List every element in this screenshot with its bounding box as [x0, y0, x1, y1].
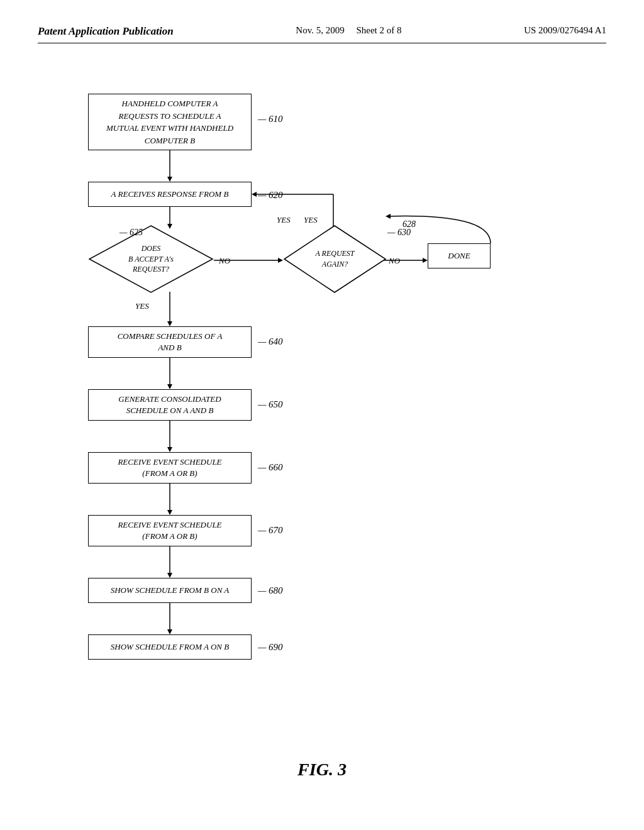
- label-625: — 625: [119, 228, 143, 238]
- label-650: — 650: [258, 399, 283, 410]
- svg-marker-16: [167, 447, 172, 452]
- label-610: — 610: [258, 114, 283, 124]
- arrows-svg: [38, 69, 606, 666]
- diamond-630-text: A REQUESTAGAIN?: [315, 248, 354, 270]
- svg-marker-20: [167, 573, 172, 578]
- header-publication-title: Patent Application Publication: [38, 25, 174, 38]
- label-660: — 660: [258, 462, 283, 473]
- header-date: Nov. 5, 2009: [296, 25, 344, 35]
- box-610-text: HANDHELD COMPUTER AREQUESTS TO SCHEDULE …: [106, 97, 233, 147]
- box-680: SHOW SCHEDULE FROM B ON A: [88, 578, 252, 603]
- label-yes-620: YES: [277, 215, 291, 225]
- box-660-text: RECEIVE EVENT SCHEDULE(FROM A OR B): [118, 456, 221, 479]
- box-640-text: COMPARE SCHEDULES OF AAND B: [118, 331, 223, 353]
- box-628: DONE: [428, 243, 491, 268]
- box-670-text: RECEIVE EVENT SCHEDULE(FROM A OR B): [118, 519, 221, 542]
- box-650-text: GENERATE CONSOLIDATEDSCHEDULE ON A AND B: [118, 394, 221, 416]
- header-date-sheet: Nov. 5, 2009 Sheet 2 of 8: [296, 25, 401, 36]
- svg-marker-7: [278, 258, 283, 263]
- header-patent-number: US 2009/0276494 A1: [524, 25, 606, 36]
- box-680-text: SHOW SCHEDULE FROM B ON A: [111, 585, 230, 596]
- box-620-text: A RECEIVES RESPONSE FROM B: [111, 189, 229, 200]
- label-no-630: NO: [389, 256, 400, 266]
- svg-marker-1: [167, 177, 172, 182]
- svg-marker-5: [167, 321, 172, 326]
- label-628: 628: [402, 219, 416, 230]
- header-sheet: Sheet 2 of 8: [356, 25, 401, 35]
- diamond-625-text: DOESB ACCEPT A'sREQUEST?: [128, 243, 174, 275]
- header: Patent Application Publication Nov. 5, 2…: [38, 25, 606, 43]
- label-no-625: NO: [219, 256, 230, 266]
- page: Patent Application Publication Nov. 5, 2…: [0, 0, 644, 830]
- svg-marker-18: [167, 510, 172, 515]
- box-690-text: SHOW SCHEDULE FROM A ON B: [111, 641, 229, 653]
- diamond-630: A REQUESTAGAIN?: [283, 224, 387, 294]
- label-yes-630: YES: [304, 215, 318, 225]
- label-640: — 640: [258, 336, 283, 347]
- box-690: SHOW SCHEDULE FROM A ON B: [88, 634, 252, 660]
- figure-label: FIG. 3: [0, 760, 644, 780]
- box-620: A RECEIVES RESPONSE FROM B: [88, 182, 252, 207]
- diagram-area: HANDHELD COMPUTER AREQUESTS TO SCHEDULE …: [38, 69, 606, 666]
- arc-628-svg: [38, 69, 606, 666]
- box-650: GENERATE CONSOLIDATEDSCHEDULE ON A AND B: [88, 389, 252, 421]
- svg-marker-22: [167, 629, 172, 634]
- label-670: — 670: [258, 525, 283, 536]
- label-690: — 690: [258, 642, 283, 653]
- box-628-text: DONE: [448, 250, 470, 262]
- box-660: RECEIVE EVENT SCHEDULE(FROM A OR B): [88, 452, 252, 484]
- box-610: HANDHELD COMPUTER AREQUESTS TO SCHEDULE …: [88, 94, 252, 150]
- box-670: RECEIVE EVENT SCHEDULE(FROM A OR B): [88, 515, 252, 546]
- label-620: — 620: [258, 190, 283, 201]
- box-640: COMPARE SCHEDULES OF AAND B: [88, 326, 252, 358]
- svg-marker-25: [386, 214, 391, 219]
- diamond-625: DOESB ACCEPT A'sREQUEST?: [88, 224, 214, 294]
- label-yes-625: YES: [135, 301, 149, 311]
- label-680: — 680: [258, 585, 283, 596]
- svg-marker-10: [252, 192, 257, 197]
- svg-marker-12: [423, 258, 428, 263]
- svg-marker-14: [167, 384, 172, 389]
